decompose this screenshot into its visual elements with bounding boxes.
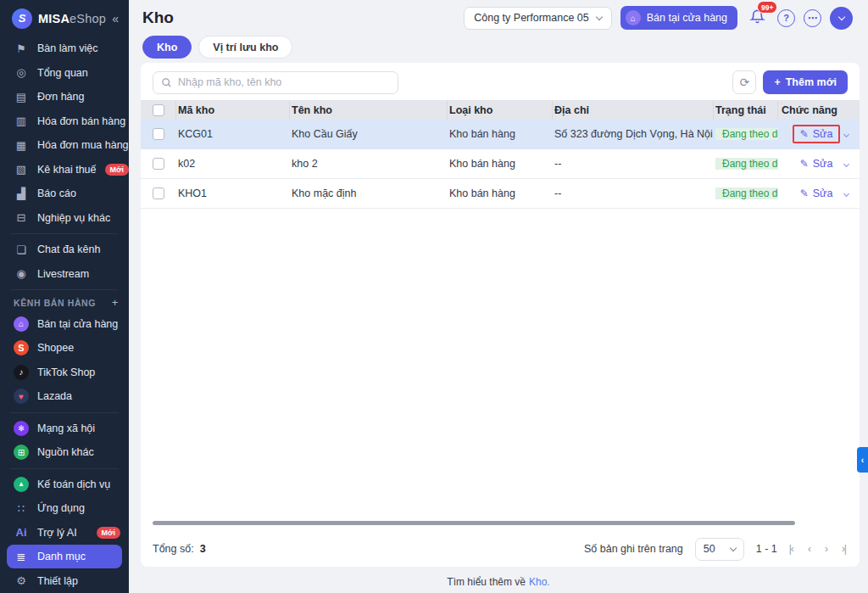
tax-icon: ▧ [14, 164, 29, 175]
cell-ten-kho: Kho Cầu Giấy [290, 128, 448, 140]
row-checkbox[interactable] [153, 128, 164, 140]
side-panel-toggle[interactable]: ‹ [857, 447, 868, 473]
column-header-loai-kho[interactable]: Loại kho [448, 100, 553, 120]
notification-bell[interactable]: 99+ [749, 8, 765, 27]
total-value: 3 [200, 543, 206, 555]
sidebar-item-lazada[interactable]: ♥ Lazada [0, 384, 129, 408]
sidebar-item-label: Hóa đơn mua hàng [37, 139, 129, 151]
add-new-button[interactable]: + Thêm mới [763, 70, 848, 94]
row-actions-chevron-icon[interactable] [843, 190, 849, 196]
sidebar-item-ke-khai-thue[interactable]: ▧ Kê khai thuế Mới [0, 158, 129, 182]
sidebar-item-label: Livestream [37, 268, 89, 280]
sidebar-item-chat-da-kenh[interactable]: ❏ Chat đa kênh [0, 238, 129, 261]
sidebar: S MISAeShop « ⚑ Bàn làm việc ◎ Tổng quan… [0, 0, 129, 593]
edit-button[interactable]: ✎ Sửa [793, 184, 841, 203]
sidebar-item-tiktok-shop[interactable]: ♪ TikTok Shop [0, 361, 129, 384]
tab-kho[interactable]: Kho [142, 36, 192, 59]
horizontal-scrollbar[interactable] [153, 521, 795, 525]
notification-count-badge: 99+ [757, 1, 777, 14]
misa-eshop-logo-icon: S [12, 8, 32, 29]
edit-button[interactable]: ✎ Sửa [793, 154, 841, 173]
sidebar-item-hoa-don-mua-hang[interactable]: ▦ Hóa đơn mua hàng [0, 133, 129, 157]
table-row[interactable]: KCG01 Kho Cầu Giấy Kho bán hàng Số 323 đ… [141, 120, 860, 149]
sidebar-item-livestream[interactable]: ◉ Livestream [0, 262, 129, 286]
search-icon [161, 77, 172, 88]
chevron-down-icon [596, 13, 603, 20]
sidebar-item-label: Tổng quan [37, 67, 88, 79]
prev-page-icon[interactable]: ‹ [808, 543, 810, 555]
page-title: Kho [142, 8, 174, 27]
learn-more-link[interactable]: Kho. [529, 576, 550, 588]
cell-ma-kho: KCG01 [176, 128, 290, 140]
sales-invoice-icon: ▥ [14, 115, 29, 126]
sidebar-item-danh-muc[interactable]: ≣ Danh mục [7, 545, 122, 568]
sidebar-item-shopee[interactable]: S Shopee [0, 336, 129, 360]
cell-chuc-nang: ✎ Sửa [778, 125, 860, 143]
sidebar-item-label: Danh mục [37, 551, 86, 562]
sidebar-item-don-hang[interactable]: ▤ Đơn hàng [0, 85, 129, 109]
sidebar-item-hoa-don-ban-hang[interactable]: ▥ Hóa đơn bán hàng [0, 109, 129, 133]
per-page-value: 50 [704, 543, 715, 555]
learn-more-strip: Tìm hiểu thêm về Kho. [129, 570, 868, 593]
table-toolbar: ⟳ + Thêm mới [141, 63, 860, 100]
cell-ma-kho: KHO1 [176, 187, 290, 199]
add-channel-icon[interactable]: + [112, 296, 119, 309]
apps-icon: ∷ [14, 503, 29, 514]
account-avatar[interactable] [830, 7, 853, 30]
company-selector[interactable]: Công ty Performance 05 [464, 7, 612, 30]
sidebar-divider [10, 468, 119, 469]
table-row[interactable]: k02 kho 2 Kho bán hàng -- Đang theo dõi … [141, 149, 860, 179]
sidebar-divider [10, 412, 119, 413]
sidebar-item-tro-ly-ai[interactable]: Ai Trợ lý AI Mới [0, 520, 129, 544]
chevron-down-icon [837, 14, 844, 20]
per-page-select[interactable]: 50 [695, 538, 744, 561]
sidebar-item-label: Báo cáo [37, 187, 76, 199]
cell-trang-thai: Đang theo dõi [714, 187, 778, 199]
row-checkbox[interactable] [153, 187, 164, 199]
tabs-row: Kho Vị trí lưu kho [129, 36, 868, 63]
sidebar-item-tong-quan[interactable]: ◎ Tổng quan [0, 61, 129, 85]
app-root: S MISAeShop « ⚑ Bàn làm việc ◎ Tổng quan… [0, 0, 868, 593]
refresh-button[interactable]: ⟳ [732, 70, 756, 94]
toolbar-actions: ⟳ + Thêm mới [732, 70, 848, 94]
sidebar-item-nghiep-vu-khac[interactable]: ⊟ Nghiệp vụ khác [0, 206, 129, 230]
column-header-ten-kho[interactable]: Tên kho [290, 100, 448, 120]
select-all-checkbox[interactable] [153, 104, 164, 116]
sidebar-item-bao-cao[interactable]: ▟ Báo cáo [0, 182, 129, 205]
cell-trang-thai: Đang theo dõi [714, 158, 778, 170]
last-page-icon[interactable]: ›| [842, 543, 846, 555]
row-checkbox[interactable] [153, 158, 164, 170]
pos-sale-button[interactable]: ⌂ Bán tại cửa hàng [620, 6, 737, 30]
sidebar-item-ban-tai-cua-hang[interactable]: ⌂ Bán tại cửa hàng [0, 312, 129, 336]
help-button[interactable]: ? [777, 9, 795, 27]
sidebar-item-ban-lam-viec[interactable]: ⚑ Bàn làm việc [0, 36, 129, 60]
top-bar: Kho Công ty Performance 05 ⌂ Bán tại cửa… [129, 0, 868, 36]
cell-ma-kho: k02 [176, 158, 290, 170]
column-header-dia-chi[interactable]: Địa chỉ [553, 100, 714, 120]
row-actions-chevron-icon[interactable] [843, 131, 849, 137]
sidebar-item-ke-toan-dich-vu[interactable]: ▲ Kế toán dịch vụ [0, 473, 129, 496]
sidebar-collapse-icon[interactable]: « [112, 12, 119, 25]
sidebar-item-label: Trợ lý AI [37, 527, 77, 539]
tab-vi-tri-luu-kho[interactable]: Vị trí lưu kho [198, 36, 292, 59]
sidebar-item-nguon-khac[interactable]: ⊞ Nguồn khác [0, 440, 129, 464]
column-header-ma-kho[interactable]: Mã kho [176, 100, 290, 120]
column-header-trang-thai[interactable]: Trạng thái [714, 100, 778, 120]
next-page-icon[interactable]: › [825, 543, 827, 555]
edit-button[interactable]: ✎ Sửa [793, 125, 841, 143]
pencil-icon: ✎ [800, 187, 809, 199]
search-input[interactable] [178, 76, 390, 88]
sidebar-item-ung-dung[interactable]: ∷ Ứng dụng [0, 496, 129, 520]
column-header-chuc-nang[interactable]: Chức năng [778, 100, 860, 120]
table-row[interactable]: KHO1 Kho mặc định Kho bán hàng -- Đang t… [141, 179, 860, 209]
first-page-icon[interactable]: |‹ [789, 543, 793, 555]
more-options-button[interactable]: ⋯ [804, 9, 821, 27]
settings-gear-icon: ⚙ [14, 575, 29, 586]
livestream-icon: ◉ [14, 268, 29, 279]
sidebar-item-thiet-lap[interactable]: ⚙ Thiết lập [0, 568, 129, 592]
cell-loai-kho: Kho bán hàng [448, 128, 553, 140]
row-actions-chevron-icon[interactable] [843, 160, 849, 166]
sidebar-item-label: TikTok Shop [37, 366, 95, 378]
new-badge: Mới [105, 164, 129, 176]
sidebar-item-mang-xa-hoi[interactable]: ✻ Mạng xã hội [0, 417, 129, 440]
